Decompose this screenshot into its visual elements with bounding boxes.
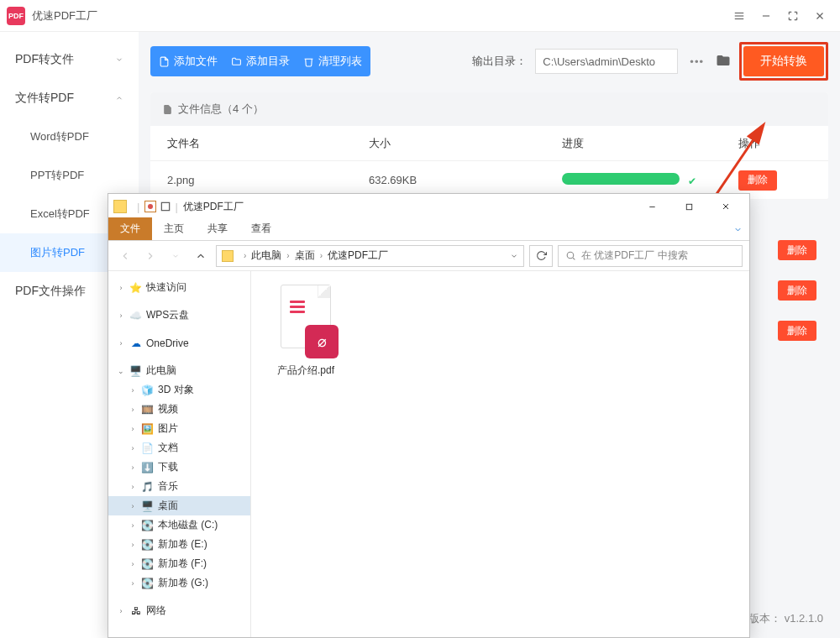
- tab-home[interactable]: 主页: [152, 217, 196, 240]
- qat-icon[interactable]: [160, 201, 171, 212]
- version-label: 版本： v1.2.1.0: [748, 611, 823, 626]
- toolbar-actions: 添加文件 添加目录 清理列表: [150, 46, 370, 76]
- file-item[interactable]: ⌀ 产品介绍.pdf: [268, 285, 344, 378]
- svg-point-12: [567, 252, 574, 259]
- nav-forward-icon[interactable]: [140, 246, 160, 266]
- tree-downloads[interactable]: ›⬇️下载: [108, 458, 250, 477]
- col-size: 大小: [369, 136, 562, 151]
- ribbon-toggle-icon[interactable]: [733, 224, 743, 240]
- start-convert-button[interactable]: 开始转换: [743, 46, 824, 76]
- pdf-icon: ⌀: [276, 285, 335, 357]
- cell-progress: ✔: [562, 173, 738, 187]
- address-bar[interactable]: › 此电脑› 桌面› 优速PDF工厂: [216, 245, 524, 267]
- nav-recent-icon[interactable]: [165, 246, 186, 266]
- open-folder-icon[interactable]: [716, 53, 731, 71]
- chevron-down-icon[interactable]: [510, 252, 518, 260]
- svg-rect-9: [686, 204, 691, 209]
- clear-list-button[interactable]: 清理列表: [303, 54, 362, 69]
- tree-diskg[interactable]: ›💽新加卷 (G:): [108, 573, 250, 593]
- tree-quick-access[interactable]: ›⭐快速访问: [108, 278, 250, 297]
- sidebar-item-word[interactable]: Word转PDF: [0, 118, 139, 156]
- output-dir-label: 输出目录：: [472, 54, 527, 69]
- delete-button[interactable]: 删除: [778, 280, 816, 301]
- tree-desktop[interactable]: ›🖥️桌面: [108, 496, 250, 515]
- tree-thispc[interactable]: ⌄🖥️此电脑: [108, 361, 250, 380]
- chevron-up-icon: [115, 94, 123, 102]
- explorer-tree: ›⭐快速访问 ›☁️WPS云盘 ›☁OneDrive ⌄🖥️此电脑 ›🧊3D 对…: [108, 271, 251, 637]
- minimize-icon[interactable]: [633, 195, 670, 218]
- tab-share[interactable]: 共享: [196, 217, 239, 240]
- tree-docs[interactable]: ›📄文档: [108, 438, 250, 458]
- search-icon: [565, 250, 576, 261]
- tree-wps[interactable]: ›☁️WPS云盘: [108, 306, 250, 325]
- nav-up-icon[interactable]: [191, 246, 211, 266]
- explorer-window: | | 优速PDF工厂 文件 主页 共享 查看 › 此电脑› 桌面› 优速PDF…: [108, 193, 750, 638]
- close-icon[interactable]: [707, 195, 744, 218]
- delete-button[interactable]: 删除: [778, 321, 816, 341]
- refresh-icon[interactable]: [529, 245, 553, 267]
- explorer-title: 优速PDF工厂: [183, 200, 244, 214]
- browse-button[interactable]: •••: [686, 55, 707, 68]
- tab-view[interactable]: 查看: [239, 217, 283, 240]
- nav-back-icon[interactable]: [115, 246, 135, 266]
- delete-button[interactable]: 删除: [778, 240, 816, 260]
- tree-video[interactable]: ›🎞️视频: [108, 400, 250, 419]
- col-action: 操作: [738, 136, 811, 151]
- minimize-icon[interactable]: [753, 3, 780, 29]
- svg-line-13: [573, 258, 575, 259]
- file-icon: [162, 104, 173, 115]
- sidebar-group-pdf-to-file[interactable]: PDF转文件: [0, 40, 139, 79]
- tree-diske[interactable]: ›💽新加卷 (E:): [108, 535, 250, 554]
- cell-filename: 2.png: [167, 174, 369, 186]
- cell-size: 632.69KB: [369, 174, 562, 186]
- search-input[interactable]: 在 优速PDF工厂 中搜索: [558, 245, 743, 267]
- file-info-header: 文件信息（4 个）: [150, 92, 828, 126]
- tree-pictures[interactable]: ›🖼️图片: [108, 419, 250, 438]
- folder-icon: [113, 200, 127, 213]
- col-progress: 进度: [562, 136, 738, 151]
- svg-rect-7: [162, 202, 170, 210]
- app-title: 优速PDF工厂: [32, 8, 97, 24]
- delete-button[interactable]: 删除: [738, 170, 777, 191]
- output-dir-input[interactable]: C:\Users\admin\Deskto: [535, 49, 678, 74]
- tree-music[interactable]: ›🎵音乐: [108, 477, 250, 496]
- add-file-button[interactable]: 添加文件: [159, 54, 218, 69]
- start-highlight: 开始转换: [739, 42, 828, 81]
- tree-diskf[interactable]: ›💽新加卷 (F:): [108, 554, 250, 573]
- tree-onedrive[interactable]: ›☁OneDrive: [108, 333, 250, 353]
- chevron-down-icon: [115, 55, 123, 64]
- close-icon[interactable]: [806, 3, 833, 29]
- check-icon: ✔: [688, 175, 696, 187]
- tab-file[interactable]: 文件: [108, 217, 152, 240]
- tree-diskc[interactable]: ›💽本地磁盘 (C:): [108, 515, 250, 535]
- add-folder-button[interactable]: 添加目录: [231, 54, 290, 69]
- file-label: 产品介绍.pdf: [268, 363, 344, 378]
- col-filename: 文件名: [167, 136, 369, 151]
- tree-3d[interactable]: ›🧊3D 对象: [108, 380, 250, 400]
- explorer-files[interactable]: ⌀ 产品介绍.pdf: [251, 271, 749, 637]
- sidebar-group-file-to-pdf[interactable]: 文件转PDF: [0, 79, 139, 118]
- maximize-icon[interactable]: [670, 195, 707, 218]
- app-logo: PDF: [7, 7, 25, 25]
- menu-icon[interactable]: [726, 3, 753, 29]
- tree-network[interactable]: ›🖧网络: [108, 601, 250, 620]
- sidebar-item-ppt[interactable]: PPT转PDF: [0, 156, 139, 195]
- maximize-icon[interactable]: [780, 3, 806, 29]
- qat-icon[interactable]: [144, 201, 156, 212]
